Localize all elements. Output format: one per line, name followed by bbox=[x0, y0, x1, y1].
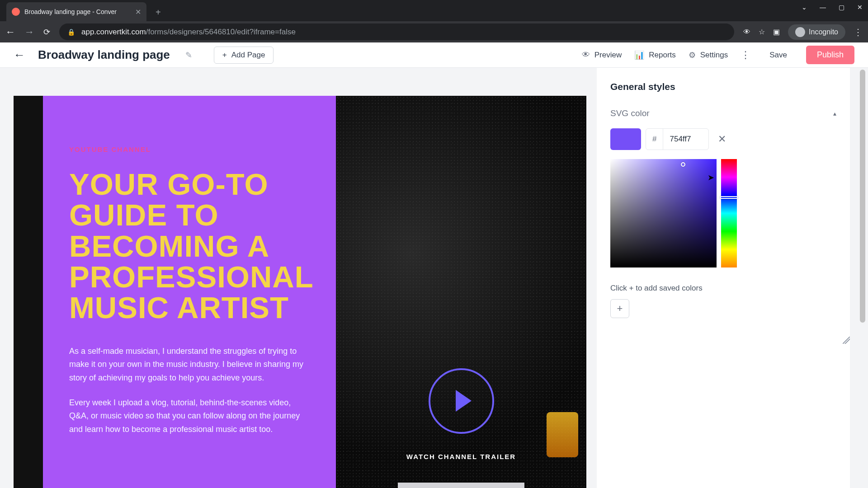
extensions-icon[interactable]: ▣ bbox=[773, 28, 780, 36]
address-bar: ← → ⟳ 🔒 app.convertkit.com/forms/designe… bbox=[0, 21, 868, 42]
eye-off-icon[interactable]: 👁 bbox=[743, 28, 750, 36]
browser-chrome: Broadway landing page - Conver ✕ + ⌄ — ▢… bbox=[0, 0, 868, 42]
trailer-label[interactable]: WATCH CHANNEL TRAILER bbox=[406, 452, 516, 462]
close-icon[interactable]: ✕ bbox=[135, 8, 141, 16]
eye-icon: 👁 bbox=[582, 50, 590, 60]
landing-page-preview[interactable]: YOUTUBE CHANNEL YOUR GO-TO GUIDE TO BECO… bbox=[14, 96, 586, 488]
new-tab-button[interactable]: + bbox=[150, 4, 166, 21]
edit-title-icon[interactable]: ✎ bbox=[185, 50, 192, 60]
settings-label: Settings bbox=[700, 51, 728, 60]
svg-color-section-header[interactable]: SVG color ▴ bbox=[610, 108, 836, 118]
panel-heading: General styles bbox=[610, 81, 836, 92]
back-icon[interactable]: ← bbox=[5, 26, 15, 38]
app-back-icon[interactable]: ← bbox=[14, 48, 25, 62]
lp-bottom-bar bbox=[398, 483, 524, 488]
sliders-icon: ⚙ bbox=[689, 50, 696, 60]
plus-icon: + bbox=[222, 51, 227, 60]
preview-button[interactable]: 👁 Preview bbox=[582, 50, 622, 60]
add-page-button[interactable]: + Add Page bbox=[214, 47, 274, 64]
add-saved-color-button[interactable]: + bbox=[610, 299, 629, 318]
url-path: /forms/designers/5646810/edit?iframe=fal… bbox=[146, 28, 296, 36]
tab-bar: Broadway landing page - Conver ✕ + ⌄ — ▢… bbox=[0, 0, 868, 21]
url-field[interactable]: 🔒 app.convertkit.com/forms/designers/564… bbox=[59, 23, 734, 40]
resize-handle-icon[interactable] bbox=[843, 337, 850, 344]
color-input-row: # ✕ bbox=[610, 128, 836, 150]
saved-colors-hint: Click + to add saved colors bbox=[610, 284, 836, 293]
publish-button[interactable]: Publish bbox=[806, 46, 854, 64]
reports-button[interactable]: 📊 Reports bbox=[634, 50, 676, 60]
incognito-badge[interactable]: Incognito bbox=[788, 24, 845, 40]
browser-menu-icon[interactable]: ⋮ bbox=[854, 27, 863, 38]
main-scrollbar[interactable] bbox=[858, 68, 867, 488]
lp-flame-decor bbox=[547, 412, 578, 457]
minimize-icon[interactable]: — bbox=[820, 4, 826, 11]
play-icon bbox=[456, 390, 472, 412]
browser-tab[interactable]: Broadway landing page - Conver ✕ bbox=[6, 2, 146, 21]
editor-canvas[interactable]: YOUTUBE CHANNEL YOUR GO-TO GUIDE TO BECO… bbox=[0, 68, 597, 488]
lp-content-panel: YOUTUBE CHANNEL YOUR GO-TO GUIDE TO BECO… bbox=[43, 96, 336, 488]
reload-icon[interactable]: ⟳ bbox=[43, 27, 50, 37]
lock-icon: 🔒 bbox=[67, 28, 75, 36]
url-host: app.convertkit.com bbox=[81, 28, 146, 36]
reports-label: Reports bbox=[649, 51, 676, 60]
hue-slider[interactable] bbox=[721, 159, 737, 267]
mouse-cursor-icon: ➤ bbox=[708, 173, 714, 183]
tab-search-icon[interactable]: ⌄ bbox=[802, 4, 807, 11]
saturation-cursor[interactable] bbox=[681, 162, 685, 167]
app-toolbar: ← Broadway landing page ✎ + Add Page 👁 P… bbox=[0, 42, 868, 68]
play-button[interactable] bbox=[429, 368, 494, 434]
settings-button[interactable]: ⚙ Settings bbox=[689, 50, 728, 60]
forward-icon[interactable]: → bbox=[24, 26, 34, 38]
add-page-label: Add Page bbox=[231, 51, 265, 60]
lp-video-panel: WATCH CHANNEL TRAILER bbox=[336, 96, 586, 488]
nav-arrows: ← → bbox=[5, 26, 34, 38]
section-label: SVG color bbox=[610, 108, 650, 118]
clear-color-icon[interactable]: ✕ bbox=[718, 133, 726, 145]
tab-title: Broadway landing page - Conver bbox=[24, 8, 131, 15]
color-picker: ➤ bbox=[610, 159, 836, 267]
close-window-icon[interactable]: ✕ bbox=[857, 4, 863, 11]
lp-paragraph-1[interactable]: As a self-made musician, I understand th… bbox=[69, 345, 304, 385]
window-controls: ⌄ — ▢ ✕ bbox=[802, 4, 863, 11]
save-button[interactable]: Save bbox=[763, 47, 793, 63]
lp-paragraph-2[interactable]: Every week I upload a vlog, tutorial, be… bbox=[69, 396, 304, 436]
incognito-icon bbox=[795, 27, 805, 37]
hex-input-wrap: # bbox=[646, 128, 709, 150]
hash-label: # bbox=[646, 129, 663, 150]
star-icon[interactable]: ☆ bbox=[759, 28, 765, 36]
lp-left-strip bbox=[14, 96, 43, 488]
hue-cursor[interactable] bbox=[720, 196, 738, 199]
main-area: YOUTUBE CHANNEL YOUR GO-TO GUIDE TO BECO… bbox=[0, 68, 868, 488]
more-menu-icon[interactable]: ⋮ bbox=[741, 49, 750, 61]
tab-favicon bbox=[12, 8, 20, 16]
incognito-label: Incognito bbox=[809, 28, 838, 36]
chevron-up-icon[interactable]: ▴ bbox=[833, 110, 836, 117]
chart-icon: 📊 bbox=[634, 50, 644, 60]
color-swatch[interactable] bbox=[610, 128, 641, 150]
page-title: Broadway landing page bbox=[38, 48, 170, 62]
scrollbar-thumb[interactable] bbox=[860, 70, 865, 323]
styles-panel: General styles SVG color ▴ # ✕ ➤ Click +… bbox=[597, 68, 850, 488]
preview-label: Preview bbox=[594, 51, 622, 60]
lp-eyebrow[interactable]: YOUTUBE CHANNEL bbox=[69, 145, 310, 153]
saturation-field[interactable] bbox=[610, 159, 717, 267]
hex-input[interactable] bbox=[663, 135, 708, 144]
maximize-icon[interactable]: ▢ bbox=[839, 4, 844, 11]
lp-headline[interactable]: YOUR GO-TO GUIDE TO BECOMING A PROFESSIO… bbox=[69, 169, 310, 324]
